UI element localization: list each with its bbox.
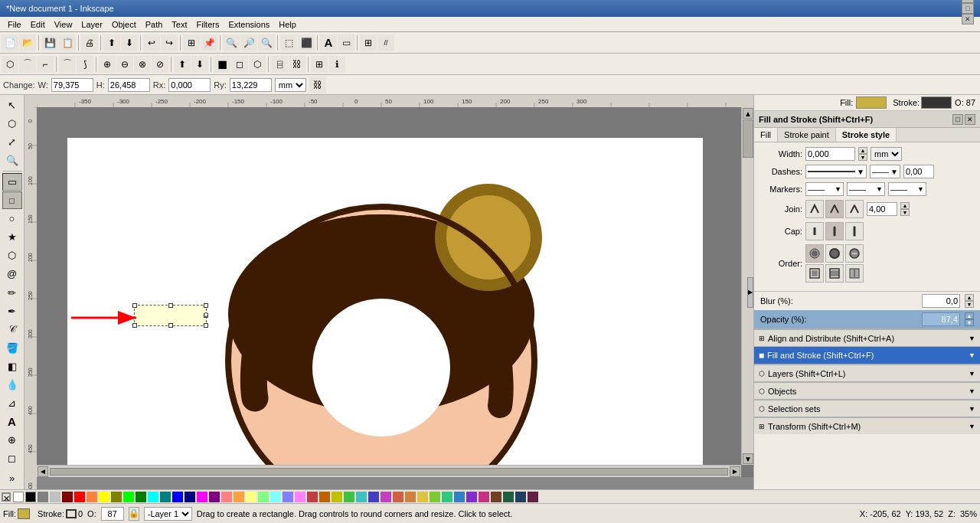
open-button[interactable]: 📂: [19, 34, 36, 51]
handle-br[interactable]: [204, 323, 208, 328]
join-round-btn[interactable]: [825, 200, 844, 218]
menu-view[interactable]: View: [50, 18, 77, 31]
scroll-thumb-v[interactable]: [743, 119, 753, 158]
corner-btn[interactable]: ⌐: [37, 56, 54, 73]
arrange1[interactable]: ⬆: [174, 56, 191, 73]
handle-bm[interactable]: [168, 323, 173, 328]
color-swatch-25[interactable]: [356, 492, 367, 502]
scroll-left-btn[interactable]: ◄: [38, 466, 48, 477]
dashes-value-input[interactable]: [903, 165, 934, 178]
menu-path[interactable]: Path: [141, 18, 168, 31]
accordion-transform-header[interactable]: ⊞ Transform (Shift+Ctrl+M) ▼: [754, 417, 980, 434]
print-button[interactable]: 🖨: [81, 34, 98, 51]
accordion-fillstroke-header[interactable]: ◼ Fill and Stroke (Shift+Ctrl+F) ▼: [754, 347, 980, 364]
color-swatch-15[interactable]: [234, 492, 244, 502]
color-swatch-8[interactable]: [148, 492, 158, 502]
tab-stroke-style[interactable]: Stroke style: [836, 128, 897, 142]
order-btn6[interactable]: [845, 264, 864, 283]
pencil-tool-btn[interactable]: ✏: [2, 284, 22, 302]
w-input[interactable]: [51, 78, 93, 92]
join-down[interactable]: ▼: [900, 209, 910, 216]
color-swatch-30[interactable]: [417, 492, 428, 502]
stroke-color-swatch[interactable]: [921, 96, 952, 109]
marker-mid[interactable]: —— ▼: [847, 182, 885, 196]
menu-text[interactable]: Text: [167, 18, 191, 31]
order-fill-over-stroke[interactable]: [805, 244, 824, 263]
scroll-right-btn[interactable]: ►: [730, 466, 740, 477]
opacity-input[interactable]: [922, 312, 960, 326]
color-swatch-39[interactable]: [528, 492, 538, 502]
pen-tool-btn[interactable]: ✒: [2, 302, 22, 320]
paste-button[interactable]: 📌: [201, 34, 217, 51]
spray-tool-btn[interactable]: ⊕: [2, 431, 22, 449]
fill-color-swatch[interactable]: [856, 96, 887, 109]
color-swatch-1[interactable]: [62, 492, 73, 502]
export-button[interactable]: ⬇: [121, 34, 138, 51]
menu-file[interactable]: File: [3, 18, 26, 31]
color-swatch-20[interactable]: [295, 492, 305, 502]
lock-proportions-btn[interactable]: ⛓: [309, 77, 326, 93]
tab-fill[interactable]: Fill: [754, 128, 778, 142]
color-swatch-13[interactable]: [209, 492, 220, 502]
opacity-up[interactable]: ▲: [965, 312, 974, 319]
color-swatch-23[interactable]: [332, 492, 342, 502]
dropper-tool-btn[interactable]: 💧: [2, 376, 22, 394]
color-swatch-16[interactable]: [246, 492, 256, 502]
save-as-button[interactable]: 📋: [59, 34, 76, 51]
menu-layer[interactable]: Layer: [77, 18, 107, 31]
color-swatch-38[interactable]: [515, 492, 526, 502]
menu-help[interactable]: Help: [274, 18, 301, 31]
join-up[interactable]: ▲: [900, 202, 910, 209]
bezier-btn[interactable]: ⌒: [19, 56, 36, 73]
accordion-layers-header[interactable]: ⬡ Layers (Shift+Ctrl+L) ▼: [754, 364, 980, 381]
color-swatch-31[interactable]: [430, 492, 440, 502]
color-swatch-4[interactable]: [99, 492, 109, 502]
node-btn[interactable]: ⬡: [2, 56, 18, 73]
width-down[interactable]: ▼: [858, 154, 867, 161]
align-button[interactable]: ⬚: [280, 34, 297, 51]
rx-input[interactable]: [168, 78, 211, 92]
color-swatch-29[interactable]: [405, 492, 416, 502]
path-ops3[interactable]: ⊗: [134, 56, 151, 73]
color-swatch-14[interactable]: [221, 492, 232, 502]
eraser-tool-btn[interactable]: ◻: [2, 449, 22, 467]
bucket-tool-btn[interactable]: 🪣: [2, 339, 22, 357]
order-btn4[interactable]: [805, 264, 824, 283]
zoom-in-button[interactable]: 🔎: [240, 34, 257, 51]
handle-tr[interactable]: [204, 303, 208, 308]
join-value-input[interactable]: [867, 202, 897, 216]
color-swatch-gray[interactable]: [38, 492, 48, 502]
cap-square-btn[interactable]: [845, 222, 864, 240]
join-bevel-btn[interactable]: [845, 200, 864, 218]
new-button[interactable]: 📄: [2, 34, 18, 51]
zoom-tool-btn[interactable]: 🔍: [2, 152, 22, 169]
accordion-align-header[interactable]: ⊞ Align and Distribute (Shift+Ctrl+A) ▼: [754, 329, 980, 346]
distribute-button[interactable]: ⬛: [298, 34, 315, 51]
path-ops2[interactable]: ⊖: [116, 56, 133, 73]
color-swatch-34[interactable]: [466, 492, 477, 502]
width-unit-select[interactable]: mm px: [871, 147, 902, 161]
color-swatch-3[interactable]: [87, 492, 97, 502]
scroll-up-btn[interactable]: ▲: [743, 108, 753, 119]
calli-tool-btn[interactable]: 𝒞: [2, 321, 22, 338]
order-fill-stroke-markers[interactable]: [845, 244, 864, 263]
color-swatch-33[interactable]: [454, 492, 465, 502]
color-swatch-27[interactable]: [381, 492, 391, 502]
copy-button[interactable]: ⊞: [183, 34, 200, 51]
color-swatch-11[interactable]: [185, 492, 195, 502]
blur-down[interactable]: ▼: [965, 301, 974, 308]
tweak-tool-btn[interactable]: ⤢: [2, 133, 22, 151]
import-button[interactable]: ⬆: [103, 34, 120, 51]
ry-input[interactable]: [230, 78, 272, 92]
select-tool-btn[interactable]: ↖: [2, 96, 22, 114]
color-swatch-21[interactable]: [307, 492, 318, 502]
zoom-fit-button[interactable]: 🔍: [223, 34, 240, 51]
dashes-selector[interactable]: ▼: [805, 165, 867, 178]
scroll-thumb-h[interactable]: [50, 468, 728, 476]
join-miter-btn[interactable]: [805, 200, 824, 218]
fill-btn[interactable]: ◼: [214, 56, 230, 73]
blur-input[interactable]: [922, 294, 960, 308]
path-ops1[interactable]: ⊕: [99, 56, 116, 73]
circle-tool-btn[interactable]: ○: [2, 210, 22, 227]
3d-tool-btn[interactable]: ⬡: [2, 247, 22, 264]
